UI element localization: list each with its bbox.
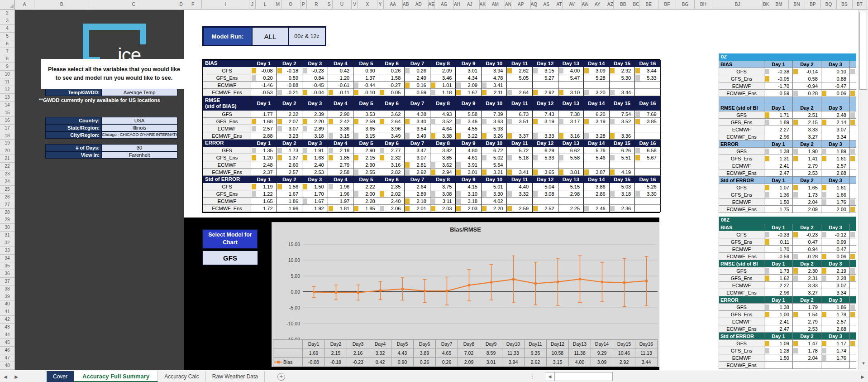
value-cell[interactable]: 0.05 — [379, 89, 405, 96]
day-header[interactable]: Day 2 — [793, 224, 821, 231]
value-cell[interactable]: 2.90 — [328, 111, 354, 118]
day-header[interactable]: Day 16 — [635, 140, 661, 147]
value-cell[interactable]: 6.58 — [635, 147, 661, 154]
day-header[interactable]: Day 1 — [764, 104, 793, 111]
value-cell[interactable]: 2.36 — [610, 205, 635, 212]
value-cell[interactable]: 4.80 — [456, 147, 482, 154]
value-cell[interactable]: - — [850, 246, 856, 253]
value-cell[interactable]: 3.30 — [635, 190, 661, 198]
value-cell[interactable]: 1.76 — [821, 198, 850, 206]
scroll-down-icon[interactable]: ▾ — [858, 358, 868, 368]
day-header[interactable]: Day 7 — [405, 176, 430, 183]
value-cell[interactable]: 2.35 — [379, 183, 405, 190]
day-header[interactable]: Day 3 — [302, 176, 328, 183]
value-cell[interactable]: 5.54 — [482, 161, 507, 169]
column-header-BC[interactable]: BC — [633, 0, 639, 10]
value-cell[interactable]: 2.32 — [379, 154, 405, 161]
day-header[interactable]: Day 1 — [764, 177, 793, 184]
day-header[interactable]: Day 13 — [558, 60, 584, 67]
row-header-40[interactable]: 40 — [0, 300, 14, 308]
value-cell[interactable]: 2.94 — [430, 169, 456, 176]
row-header-22[interactable]: 22 — [0, 163, 14, 170]
value-cell[interactable]: 2.27 — [764, 126, 793, 133]
value-cell[interactable]: 2.19 — [821, 267, 850, 275]
day-header[interactable]: Day 12 — [533, 96, 558, 111]
value-cell[interactable]: 3.52 — [610, 118, 635, 125]
value-cell[interactable]: 2.37 — [251, 169, 277, 176]
value-cell[interactable]: 3.28 — [584, 132, 610, 140]
row-header-4[interactable]: 4 — [0, 25, 14, 33]
day-header[interactable]: Day 14 — [584, 96, 610, 111]
day-header[interactable]: Day 11 — [507, 60, 533, 67]
column-header-BM[interactable]: BM — [769, 0, 789, 10]
value-cell[interactable] — [850, 206, 856, 213]
value-cell[interactable]: 1.01 — [430, 82, 456, 89]
value-cell[interactable]: 3.23 — [277, 132, 303, 140]
column-header-AT[interactable]: AT — [556, 0, 563, 10]
day-header[interactable]: Day 1 — [251, 140, 277, 147]
value-cell[interactable]: 3.54 — [405, 125, 430, 132]
value-cell[interactable]: -0.88 — [277, 82, 303, 89]
row-header-24[interactable]: 24 — [0, 178, 14, 186]
value-cell[interactable] — [635, 89, 661, 96]
value-cell[interactable]: 3.30 — [482, 190, 507, 198]
row-header-12[interactable]: 12 — [0, 86, 14, 94]
value-cell[interactable] — [850, 68, 856, 75]
value-cell[interactable]: 6.26 — [610, 147, 635, 154]
value-cell[interactable]: 3.01 — [456, 169, 482, 176]
value-cell[interactable] — [533, 82, 558, 89]
day-header[interactable]: Day 15 — [610, 140, 635, 147]
chart-model-dropdown[interactable]: GFS — [202, 251, 258, 265]
day-header[interactable]: Day 6 — [379, 96, 405, 111]
value-cell[interactable]: 3.19 — [584, 118, 610, 125]
value-cell[interactable]: 2.01 — [405, 205, 430, 212]
value-cell[interactable]: 5.47 — [558, 74, 584, 82]
value-cell[interactable]: 3.15 — [328, 132, 354, 140]
value-cell[interactable]: 3.37 — [507, 132, 533, 140]
row-header-27[interactable]: 27 — [0, 201, 14, 209]
value-cell[interactable]: 1.50 — [764, 354, 793, 362]
value-cell[interactable]: 3.34 — [821, 133, 850, 140]
value-cell[interactable] — [584, 198, 610, 205]
select-all-corner[interactable] — [0, 0, 15, 10]
value-cell[interactable]: 2.46 — [584, 205, 610, 212]
row-header-46[interactable]: 46 — [0, 347, 14, 354]
value-cell[interactable] — [850, 198, 856, 206]
row-header-28[interactable]: 28 — [0, 209, 14, 217]
value-cell[interactable]: 2.59 — [353, 118, 379, 125]
value-cell[interactable]: 1.90 — [793, 148, 821, 155]
value-cell[interactable]: 3.53 — [353, 111, 379, 118]
column-header-AH[interactable]: AH — [454, 0, 460, 10]
column-header-AG[interactable]: AG — [435, 0, 454, 10]
value-cell[interactable] — [584, 125, 610, 132]
day-header[interactable]: Day 16 — [635, 96, 661, 111]
row-header-18[interactable]: 18 — [0, 132, 14, 140]
column-header-D[interactable]: D — [178, 0, 184, 10]
value-cell[interactable] — [850, 253, 856, 260]
value-cell[interactable]: 1.62 — [764, 275, 793, 282]
value-cell[interactable]: 1.86 — [821, 304, 850, 311]
day-header[interactable]: Day 4 — [328, 96, 354, 111]
value-cell[interactable]: 5.03 — [610, 183, 635, 190]
row-header-25[interactable]: 25 — [0, 186, 14, 193]
value-cell[interactable]: 3.82 — [430, 147, 456, 154]
day-header[interactable]: Day 2 — [277, 60, 303, 67]
value-cell[interactable]: 2.40 — [302, 161, 328, 169]
day-header[interactable]: Day 10 — [482, 140, 507, 147]
value-cell[interactable] — [850, 340, 856, 347]
column-header-AS[interactable]: AS — [537, 0, 557, 10]
day-header[interactable]: Day 14 — [584, 176, 610, 183]
value-cell[interactable]: 2.52 — [533, 205, 558, 212]
column-header-AW[interactable]: AW — [582, 0, 588, 10]
value-cell[interactable]: 2.15 — [353, 154, 379, 161]
value-cell[interactable]: 4.38 — [405, 111, 430, 118]
value-cell[interactable]: -0.44 — [353, 82, 379, 89]
day-header[interactable]: Day 7 — [405, 96, 430, 111]
value-cell[interactable] — [850, 119, 856, 126]
value-cell[interactable]: 7.43 — [533, 111, 558, 118]
row-header-9[interactable]: 9 — [0, 63, 14, 71]
value-cell[interactable]: -0.10 — [353, 89, 379, 96]
value-cell[interactable]: 1.73 — [764, 267, 793, 275]
row-header-38[interactable]: 38 — [0, 285, 14, 293]
value-cell[interactable] — [850, 362, 856, 369]
